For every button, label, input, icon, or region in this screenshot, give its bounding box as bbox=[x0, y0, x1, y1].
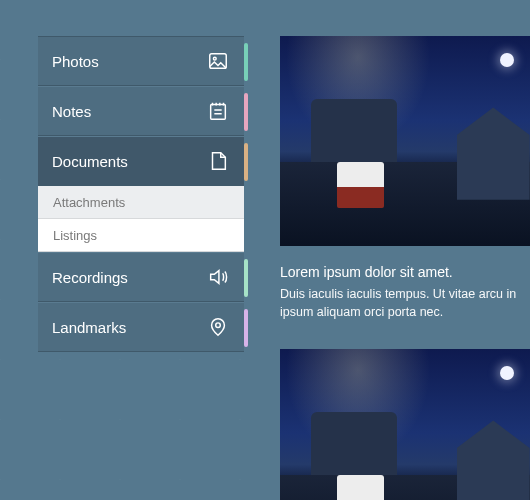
accent-bar bbox=[244, 309, 248, 347]
sidebar-sub-item-listings[interactable]: Listings bbox=[38, 219, 244, 252]
accent-bar bbox=[244, 93, 248, 131]
document-icon bbox=[206, 149, 230, 173]
accent-bar bbox=[244, 43, 248, 81]
content-card[interactable] bbox=[280, 349, 530, 500]
accent-bar bbox=[244, 259, 248, 297]
card-thumbnail bbox=[280, 36, 530, 246]
accent-bar bbox=[244, 143, 248, 181]
card-thumbnail bbox=[280, 349, 530, 500]
sidebar-item-landmarks[interactable]: Landmarks bbox=[38, 302, 244, 352]
content-card[interactable]: Lorem ipsum dolor sit amet. Duis iaculis… bbox=[280, 36, 530, 321]
photo-icon bbox=[206, 49, 230, 73]
pin-icon bbox=[206, 315, 230, 339]
sidebar-item-photos[interactable]: Photos bbox=[38, 36, 244, 86]
sidebar-sub-label: Listings bbox=[53, 228, 97, 243]
speaker-icon bbox=[206, 265, 230, 289]
svg-point-1 bbox=[213, 57, 216, 60]
sidebar-sub-label: Attachments bbox=[53, 195, 125, 210]
sidebar-item-label: Documents bbox=[52, 153, 128, 170]
sidebar-item-label: Landmarks bbox=[52, 319, 126, 336]
card-title: Lorem ipsum dolor sit amet. bbox=[280, 264, 530, 280]
sidebar-item-documents[interactable]: Documents bbox=[38, 136, 244, 186]
sidebar-item-notes[interactable]: Notes bbox=[38, 86, 244, 136]
svg-point-3 bbox=[216, 323, 221, 328]
sidebar-sub-item-attachments[interactable]: Attachments bbox=[38, 186, 244, 219]
card-description: Duis iaculis iaculis tempus. Ut vitae ar… bbox=[280, 286, 530, 321]
sidebar-item-recordings[interactable]: Recordings bbox=[38, 252, 244, 302]
sidebar-item-label: Recordings bbox=[52, 269, 128, 286]
content-area: Lorem ipsum dolor sit amet. Duis iaculis… bbox=[280, 36, 530, 500]
sidebar-item-label: Photos bbox=[52, 53, 99, 70]
sidebar-item-label: Notes bbox=[52, 103, 91, 120]
notes-icon bbox=[206, 99, 230, 123]
svg-rect-2 bbox=[211, 105, 226, 120]
sidebar: Photos Notes Documents Attachments Listi… bbox=[38, 36, 244, 352]
